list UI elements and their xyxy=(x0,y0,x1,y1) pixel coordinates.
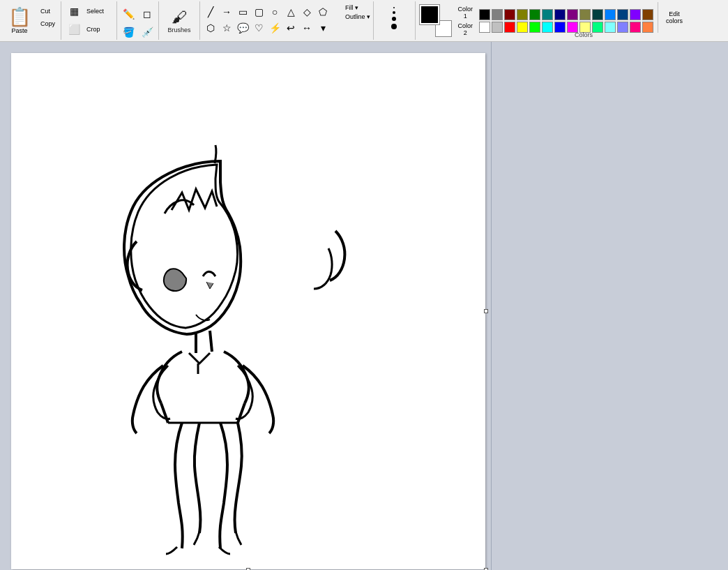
color-swatch[interactable] xyxy=(642,22,653,33)
drawing-svg xyxy=(11,53,485,569)
crop-button[interactable]: Crop xyxy=(84,24,103,34)
fill-label: Fill ▾ xyxy=(345,4,358,11)
active-colors xyxy=(420,5,452,37)
ellipse-shape[interactable]: ○ xyxy=(267,4,282,20)
color-swatch[interactable] xyxy=(492,22,503,33)
main-area xyxy=(0,42,728,570)
rect-shape[interactable]: ▭ xyxy=(235,4,250,20)
triangle-shape[interactable]: △ xyxy=(283,4,298,20)
shapes-group: ╱ → ▭ ▢ ○ △ ◇ ⬠ ⬡ ☆ 💬 ♡ ⚡ ↩ ↔ ▾ Fill ▾ xyxy=(200,1,374,40)
colors-group-label: Colors xyxy=(575,31,593,38)
pencil-icon[interactable]: ✏️ xyxy=(120,6,137,22)
shapes-grid: ╱ → ▭ ▢ ○ △ ◇ ⬠ ⬡ ☆ 💬 ♡ ⚡ ↩ ↔ ▾ xyxy=(203,4,342,36)
color-swatch[interactable] xyxy=(504,9,515,20)
color-swatch[interactable] xyxy=(617,22,628,33)
color-swatch[interactable] xyxy=(579,9,591,20)
crop-icon: ⬜ xyxy=(66,21,82,38)
color-swatch[interactable] xyxy=(542,22,553,33)
clipboard-sub: Cut Copy xyxy=(38,3,58,31)
lightning-shape[interactable]: ⚡ xyxy=(267,20,282,36)
color-swatch[interactable] xyxy=(567,9,578,20)
color-swatch[interactable] xyxy=(517,9,528,20)
hexagon-shape[interactable]: ⬡ xyxy=(203,20,218,36)
cut-button[interactable]: Cut xyxy=(38,6,58,16)
color-swatch[interactable] xyxy=(617,9,628,20)
select-icon: ▦ xyxy=(66,3,82,20)
toolbar: 📋 Paste Cut Copy Clipboard ▦ Select ⬜ Cr… xyxy=(0,0,728,42)
fill-dropdown[interactable]: Fill ▾ xyxy=(345,4,370,11)
tools-group: ✏️ 🪣 A ◻ 💉 🔍 Tools xyxy=(117,1,159,40)
color-picker-icon[interactable]: 💉 xyxy=(139,24,156,40)
color-swatch[interactable] xyxy=(554,9,566,20)
copy-button[interactable]: Copy xyxy=(38,19,58,29)
color-swatch[interactable] xyxy=(605,9,616,20)
brushes-group: 🖌 Brushes Brushes xyxy=(159,1,200,40)
color-swatch[interactable] xyxy=(630,9,641,20)
size-3[interactable] xyxy=(380,17,408,21)
select-button[interactable]: Select xyxy=(84,6,107,16)
fill-icon[interactable]: 🪣 xyxy=(120,24,137,40)
color-swatch[interactable] xyxy=(504,22,515,33)
color-swatch[interactable] xyxy=(517,22,528,33)
arrow-shape[interactable]: → xyxy=(219,4,234,20)
pentagon-shape[interactable]: ⬠ xyxy=(315,4,331,20)
more-shapes[interactable]: ▾ xyxy=(315,20,331,36)
rounded-rect-shape[interactable]: ▢ xyxy=(251,4,266,20)
clipboard-group: 📋 Paste Cut Copy Clipboard xyxy=(0,1,61,40)
paste-button[interactable]: 📋 Paste xyxy=(3,3,36,38)
color-swatch[interactable] xyxy=(529,9,540,20)
color-swatch[interactable] xyxy=(592,22,603,33)
swatch-row-2 xyxy=(479,22,653,33)
size-1[interactable] xyxy=(380,7,408,8)
color-swatch[interactable] xyxy=(642,9,653,20)
colors-group: Color1 Color2 Editcolors Colors xyxy=(416,1,728,40)
color-swatch[interactable] xyxy=(592,9,603,20)
color-swatch[interactable] xyxy=(529,22,540,33)
color2-label[interactable]: Color2 xyxy=(456,21,476,38)
canvas-area[interactable] xyxy=(0,42,491,570)
color-labels: Color1 Color2 xyxy=(456,4,476,38)
line-shape[interactable]: ╱ xyxy=(203,4,218,20)
color-swatch[interactable] xyxy=(542,9,553,20)
image-btns: ▦ Select ⬜ Crop xyxy=(66,3,107,38)
select-row: ▦ Select xyxy=(66,3,107,20)
color-swatch[interactable] xyxy=(492,9,503,20)
outline-chevron[interactable]: ▾ xyxy=(367,13,370,20)
double-arrow-shape[interactable]: ↔ xyxy=(299,20,314,36)
outline-row: Outline ▾ xyxy=(345,13,370,20)
paste-label: Paste xyxy=(11,27,27,34)
diamond-shape[interactable]: ◇ xyxy=(299,4,314,20)
swatch-row-1 xyxy=(479,9,653,20)
brushes-button[interactable]: 🖌 Brushes xyxy=(165,6,194,36)
crop-row: ⬜ Crop xyxy=(66,21,107,38)
resize-handle-right[interactable] xyxy=(484,309,488,313)
size-2[interactable] xyxy=(380,11,408,14)
size-options xyxy=(380,7,408,29)
drawing-canvas[interactable] xyxy=(11,53,485,569)
color1-swatch[interactable] xyxy=(420,5,439,24)
outline-label: Outline xyxy=(345,13,365,20)
star-shape[interactable]: ☆ xyxy=(219,20,234,36)
paste-icon: 📋 xyxy=(8,8,31,26)
image-group: ▦ Select ⬜ Crop ⇲ Resize ↻ Rotate Image xyxy=(61,1,117,40)
brushes-label: Brushes xyxy=(168,27,191,33)
brush-icon: 🖌 xyxy=(172,8,187,27)
heart-shape[interactable]: ♡ xyxy=(251,20,266,36)
edit-colors-button[interactable]: Editcolors xyxy=(662,8,686,27)
color1-label[interactable]: Color1 xyxy=(456,4,476,21)
eraser-icon[interactable]: ◻ xyxy=(139,6,156,22)
color-swatch[interactable] xyxy=(479,9,490,20)
callout-shape[interactable]: 💬 xyxy=(235,20,250,36)
color-swatch[interactable] xyxy=(630,22,641,33)
size-4[interactable] xyxy=(380,24,408,29)
color-swatch[interactable] xyxy=(605,22,616,33)
right-panel xyxy=(491,42,728,570)
canvas-container xyxy=(11,53,485,569)
curved-arrow-shape[interactable]: ↩ xyxy=(283,20,298,36)
size-group: Size xyxy=(374,1,416,40)
color-swatch[interactable] xyxy=(479,22,490,33)
color-swatch[interactable] xyxy=(554,22,566,33)
